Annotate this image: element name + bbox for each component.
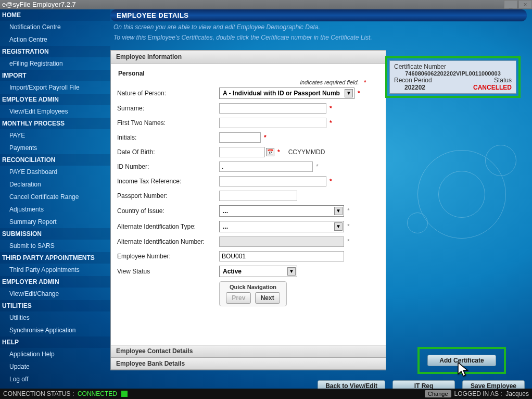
sidebar-item[interactable]: PAYE Dashboard [0, 166, 110, 178]
conn-value: CONNECTED [78, 390, 117, 397]
sidebar-item[interactable]: Update [0, 360, 110, 373]
sidebar-item[interactable]: Import/Export Payroll File [0, 81, 110, 94]
cert-number-label: Certificate Number [394, 63, 512, 70]
sidebar-item[interactable]: eFiling Registration [0, 57, 110, 70]
minimize-button[interactable]: _ [504, 0, 517, 9]
sidebar-item[interactable]: Third Party Appointments [0, 264, 110, 276]
sidebar-item[interactable]: PAYE [0, 129, 110, 142]
surname-input[interactable] [219, 103, 326, 114]
panel-sub2: To view this Employee's Certificates, do… [113, 34, 527, 42]
altnum-input [219, 236, 344, 247]
initials-input[interactable] [219, 132, 261, 143]
view-select[interactable]: Active▼ [219, 266, 297, 277]
sidebar-category: HOME [0, 9, 110, 21]
sidebar-item[interactable]: Synchronise Application [0, 324, 110, 336]
certificate-highlight: Certificate Number 7460806062202202VIPL0… [385, 56, 521, 98]
recon-label: Recon Period [394, 77, 432, 84]
sidebar-category: EMPLOYER ADMIN [0, 276, 110, 288]
calendar-icon[interactable]: 📅 [266, 148, 274, 156]
id-input[interactable] [219, 161, 313, 172]
sidebar-item[interactable]: View/Edit/Change [0, 288, 110, 300]
sidebar-item[interactable]: Payments [0, 142, 110, 154]
close-button[interactable]: × [518, 0, 532, 9]
nature-label: Nature of Person: [115, 90, 219, 97]
employee-form: Employee Information Personal indicates … [110, 50, 386, 370]
empno-label: Employee Number: [115, 253, 219, 260]
status-label: Status [494, 77, 512, 84]
sidebar-item[interactable]: Application Help [0, 348, 110, 360]
dob-hint: CCYYMMDD [288, 148, 325, 156]
surname-label: Surname: [115, 105, 219, 112]
recon-value: 202202 [394, 84, 425, 91]
chevron-down-icon: ▼ [345, 89, 353, 97]
passport-label: Passport Number: [115, 192, 219, 200]
altid-select[interactable]: ...▼ [219, 221, 344, 232]
add-certificate-button[interactable]: Add Certificate [427, 355, 496, 366]
sidebar-category: UTILITIES [0, 300, 110, 311]
decorative-circles [407, 145, 522, 259]
sidebar: HOMENotification CentreAction CentreREGI… [0, 9, 110, 389]
firstnames-label: First Two Names: [115, 119, 219, 127]
sidebar-item[interactable]: Utilities [0, 311, 110, 324]
sidebar-item[interactable]: Submit to SARS [0, 240, 110, 252]
section-employee-info[interactable]: Employee Information [111, 51, 386, 64]
panel-header: EMPLOYEE DETAILS [110, 9, 527, 21]
statusbar: CONNECTION STATUS : CONNECTED Change LOG… [0, 389, 532, 399]
subhead-personal: Personal [115, 68, 382, 79]
panel-sub1: On this screen you are able to view and … [113, 23, 527, 32]
sidebar-category: EMPLOYEE ADMIN [0, 94, 110, 105]
altnum-label: Alternate Identification Number: [115, 238, 219, 245]
change-button[interactable]: Change [425, 390, 451, 397]
sidebar-item[interactable]: Notification Centre [0, 21, 110, 33]
certificate-card[interactable]: Certificate Number 7460806062202202VIPL0… [389, 60, 516, 94]
conn-label: CONNECTION STATUS : [3, 390, 74, 397]
chevron-down-icon: ▼ [334, 222, 343, 231]
section-bank[interactable]: Employee Bank Details [111, 357, 386, 370]
sidebar-category: SUBMISSION [0, 228, 110, 240]
country-label: Country of Issue: [115, 207, 219, 215]
sidebar-category: IMPORT [0, 70, 110, 81]
add-cert-highlight: Add Certificate [417, 347, 506, 374]
sidebar-category: REGISTRATION [0, 46, 110, 57]
tax-input[interactable] [219, 176, 326, 186]
connection-indicator-icon [121, 391, 128, 397]
sidebar-category: HELP [0, 336, 110, 348]
sidebar-item[interactable]: Cancel Certificate Range [0, 191, 110, 203]
sidebar-item[interactable]: Declaration [0, 178, 110, 191]
status-value: CANCELLED [473, 84, 512, 91]
dob-label: Date Of Birth: [115, 148, 219, 156]
quick-nav: Quick Navigation Prev Next [219, 281, 287, 306]
titlebar: e@syFile Employer7.2.7 _ × [0, 0, 532, 9]
tax-label: Income Tax Reference: [115, 178, 219, 185]
cert-number: 7460806062202202VIPL0011000003 [394, 70, 512, 77]
sidebar-item[interactable]: Action Centre [0, 33, 110, 46]
passport-input[interactable] [219, 191, 297, 201]
sidebar-category: RECONCILIATION [0, 154, 110, 166]
login-user: Jacques [505, 390, 529, 397]
country-select[interactable]: ...▼ [219, 205, 344, 217]
required-marker: * [358, 90, 360, 97]
empno-input[interactable] [219, 251, 344, 261]
dob-input[interactable] [219, 147, 265, 157]
prev-button[interactable]: Prev [226, 292, 251, 304]
main-area: EMPLOYEE DETAILS On this screen you are … [110, 9, 532, 389]
sidebar-item[interactable]: Log off [0, 373, 110, 385]
initials-label: Initials: [115, 134, 219, 141]
chevron-down-icon: ▼ [287, 267, 296, 276]
view-label: View Status [115, 268, 219, 275]
id-label: ID Number: [115, 163, 219, 170]
nature-select[interactable]: A - Individual with ID or Passport Numb▼ [219, 88, 354, 99]
login-label: LOGGED IN AS : [454, 390, 502, 397]
next-button[interactable]: Next [255, 292, 280, 304]
sidebar-category: MONTHLY PROCESS [0, 118, 110, 129]
required-hint: indicates required field. [300, 79, 359, 85]
firstnames-input[interactable] [219, 118, 326, 128]
altid-label: Alternate Identification Type: [115, 223, 219, 230]
sidebar-category: THIRD PARTY APPOINTMENTS [0, 252, 110, 264]
sidebar-item[interactable]: Summary Report [0, 216, 110, 228]
sidebar-item[interactable]: View/Edit Employees [0, 105, 110, 118]
sidebar-item[interactable]: Adjustments [0, 203, 110, 216]
quicknav-title: Quick Navigation [222, 284, 284, 290]
window-title: e@syFile Employer7.2.7 [2, 0, 503, 9]
section-contact[interactable]: Employee Contact Details [111, 345, 386, 357]
